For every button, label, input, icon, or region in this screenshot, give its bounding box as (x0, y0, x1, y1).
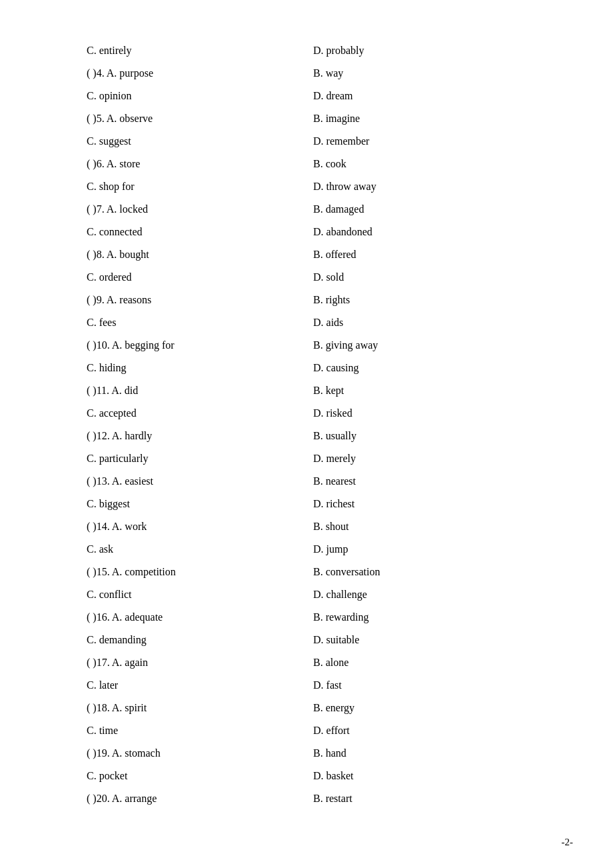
question-row: C. hidingD. causing (87, 357, 560, 379)
question-row: ( )10. A. begging forB. giving away (87, 335, 560, 356)
question-row: ( )12. A. hardlyB. usually (87, 425, 560, 447)
left-option: C. later (87, 675, 313, 696)
question-row: C. connectedD. abandoned (87, 221, 560, 243)
right-option: D. risked (313, 403, 560, 424)
left-option: ( )16. A. adequate (87, 607, 313, 628)
left-option: ( )11. A. did (87, 380, 313, 401)
left-option: C. biggest (87, 493, 313, 515)
question-row: ( )19. A. stomachB. hand (87, 743, 560, 764)
question-row: ( )4. A. purposeB. way (87, 63, 560, 84)
right-option: D. jump (313, 539, 560, 560)
left-option: C. ordered (87, 267, 313, 288)
right-option: B. damaged (313, 199, 560, 220)
page: C. entirelyD. probably( )4. A. purposeB.… (0, 0, 613, 851)
right-option: D. causing (313, 357, 560, 379)
right-option: B. conversation (313, 561, 560, 583)
right-option: B. energy (313, 697, 560, 719)
question-row: ( )15. A. competitionB. conversation (87, 561, 560, 583)
right-option: D. challenge (313, 584, 560, 605)
left-option: ( )20. A. arrange (87, 788, 313, 809)
left-option: ( )7. A. locked (87, 199, 313, 220)
left-option: ( )17. A. again (87, 652, 313, 673)
question-row: ( )14. A. workB. shout (87, 516, 560, 537)
left-option: ( )5. A. observe (87, 108, 313, 129)
question-row: C. feesD. aids (87, 312, 560, 333)
page-number: -2- (562, 837, 574, 848)
question-row: C. conflictD. challenge (87, 584, 560, 605)
left-option: C. pocket (87, 765, 313, 787)
right-option: D. suitable (313, 629, 560, 651)
right-option: B. offered (313, 244, 560, 265)
left-option: ( )8. A. bought (87, 244, 313, 265)
right-option: D. aids (313, 312, 560, 333)
right-option: B. imagine (313, 108, 560, 129)
left-option: ( )6. A. store (87, 153, 313, 175)
question-row: ( )16. A. adequateB. rewarding (87, 607, 560, 628)
question-row: ( )8. A. boughtB. offered (87, 244, 560, 265)
left-option: C. opinion (87, 85, 313, 107)
question-row: ( )20. A. arrangeB. restart (87, 788, 560, 809)
right-option: B. cook (313, 153, 560, 175)
right-option: D. remember (313, 131, 560, 152)
right-option: D. richest (313, 493, 560, 515)
left-option: C. entirely (87, 40, 313, 61)
question-row: ( )5. A. observeB. imagine (87, 108, 560, 129)
left-option: C. conflict (87, 584, 313, 605)
right-option: B. nearest (313, 471, 560, 492)
question-row: ( )13. A. easiestB. nearest (87, 471, 560, 492)
left-option: ( )15. A. competition (87, 561, 313, 583)
question-row: ( )6. A. storeB. cook (87, 153, 560, 175)
left-option: C. accepted (87, 403, 313, 424)
question-row: ( )18. A. spiritB. energy (87, 697, 560, 719)
question-row: C. timeD. effort (87, 720, 560, 741)
right-option: D. throw away (313, 176, 560, 197)
left-option: C. ask (87, 539, 313, 560)
left-option: ( )19. A. stomach (87, 743, 313, 764)
left-option: ( )14. A. work (87, 516, 313, 537)
question-row: C. askD. jump (87, 539, 560, 560)
right-option: B. shout (313, 516, 560, 537)
question-row: C. biggestD. richest (87, 493, 560, 515)
left-option: C. connected (87, 221, 313, 243)
left-option: C. hiding (87, 357, 313, 379)
right-option: D. abandoned (313, 221, 560, 243)
right-option: B. restart (313, 788, 560, 809)
left-option: C. demanding (87, 629, 313, 651)
right-option: D. effort (313, 720, 560, 741)
right-option: B. hand (313, 743, 560, 764)
left-option: ( )10. A. begging for (87, 335, 313, 356)
question-row: ( )17. A. againB. alone (87, 652, 560, 673)
right-option: B. giving away (313, 335, 560, 356)
question-row: C. laterD. fast (87, 675, 560, 696)
left-option: C. particularly (87, 448, 313, 469)
question-row: ( )11. A. didB. kept (87, 380, 560, 401)
right-option: B. kept (313, 380, 560, 401)
content-rows: C. entirelyD. probably( )4. A. purposeB.… (87, 40, 560, 809)
left-option: C. suggest (87, 131, 313, 152)
left-option: C. time (87, 720, 313, 741)
right-option: B. way (313, 63, 560, 84)
right-option: D. fast (313, 675, 560, 696)
left-option: C. shop for (87, 176, 313, 197)
question-row: ( )9. A. reasonsB. rights (87, 289, 560, 311)
right-option: D. dream (313, 85, 560, 107)
question-row: ( )7. A. lockedB. damaged (87, 199, 560, 220)
right-option: D. probably (313, 40, 560, 61)
question-row: C. particularlyD. merely (87, 448, 560, 469)
right-option: D. merely (313, 448, 560, 469)
left-option: C. fees (87, 312, 313, 333)
question-row: C. opinionD. dream (87, 85, 560, 107)
right-option: D. basket (313, 765, 560, 787)
right-option: B. rights (313, 289, 560, 311)
question-row: C. entirelyD. probably (87, 40, 560, 61)
left-option: ( )18. A. spirit (87, 697, 313, 719)
question-row: C. acceptedD. risked (87, 403, 560, 424)
left-option: ( )9. A. reasons (87, 289, 313, 311)
left-option: ( )13. A. easiest (87, 471, 313, 492)
right-option: B. rewarding (313, 607, 560, 628)
question-row: C. pocketD. basket (87, 765, 560, 787)
right-option: B. alone (313, 652, 560, 673)
left-option: ( )12. A. hardly (87, 425, 313, 447)
right-option: D. sold (313, 267, 560, 288)
right-option: B. usually (313, 425, 560, 447)
